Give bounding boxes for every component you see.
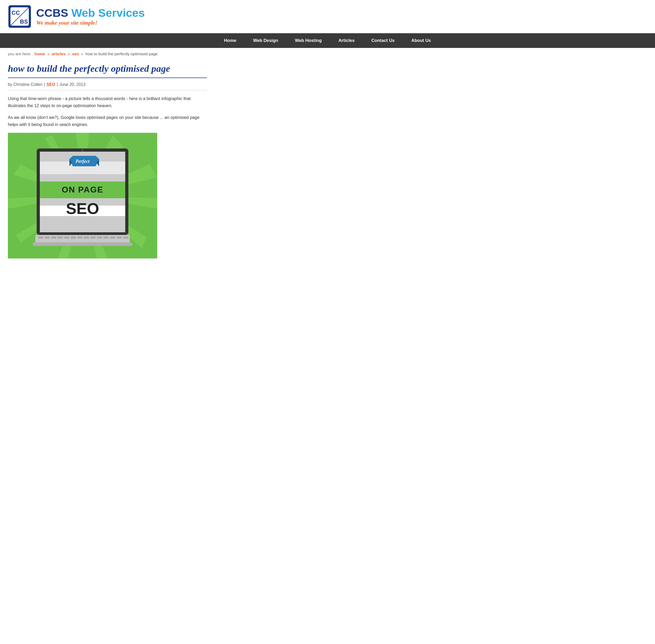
article-author: by Christine Collen: [8, 82, 42, 87]
svg-rect-23: [64, 236, 69, 238]
page-title: how to build the perfectly optimised pag…: [8, 63, 207, 78]
svg-rect-32: [123, 236, 128, 238]
article-meta: by Christine Collen | SEO | June 20, 201…: [8, 82, 207, 90]
nav-web-design[interactable]: Web Design: [245, 33, 287, 48]
site-header: CC BS CCBS Web Services We make your sit…: [0, 0, 655, 33]
svg-text:CC: CC: [12, 9, 20, 16]
nav-web-hosting[interactable]: Web Hosting: [287, 33, 330, 48]
svg-rect-22: [58, 236, 63, 238]
svg-point-35: [82, 149, 84, 152]
svg-rect-26: [84, 236, 89, 238]
svg-text:BS: BS: [20, 18, 28, 25]
main-content: how to build the perfectly optimised pag…: [0, 58, 215, 269]
svg-rect-29: [104, 236, 109, 238]
svg-rect-27: [90, 236, 96, 238]
svg-rect-21: [51, 236, 56, 238]
nav-contact-us[interactable]: Contact Us: [363, 33, 403, 48]
site-title: CCBS Web Services: [36, 7, 144, 19]
main-nav: Home Web Design Web Hosting Articles Con…: [0, 33, 655, 48]
article-date: June 20, 2013: [60, 82, 85, 87]
svg-text:ON PAGE: ON PAGE: [62, 185, 103, 194]
brand-ccbs: CCBS: [36, 6, 68, 19]
svg-rect-17: [36, 235, 130, 243]
svg-text:SEO: SEO: [66, 200, 99, 217]
breadcrumb-current: how to build the perfectly optimised pag…: [85, 52, 157, 56]
svg-rect-31: [117, 236, 122, 238]
svg-rect-25: [77, 236, 83, 238]
svg-rect-38: [40, 174, 125, 182]
svg-text:Perfect: Perfect: [75, 159, 90, 164]
nav-articles[interactable]: Articles: [330, 33, 363, 48]
svg-rect-28: [97, 236, 102, 238]
article-paragraph-2: As we all know (don't we?), Google loves…: [8, 114, 207, 128]
infographic-svg: Perfect ON PAGE SEO: [8, 133, 157, 258]
svg-rect-18: [33, 242, 132, 246]
svg-rect-41: [40, 223, 125, 232]
header-text: CCBS Web Services We make your site simp…: [36, 7, 144, 26]
breadcrumb-home[interactable]: home: [35, 52, 45, 56]
svg-rect-30: [110, 236, 115, 238]
article-paragraph-1: Using that time-worn phrase - a picture …: [8, 95, 207, 109]
infographic-image: Perfect ON PAGE SEO: [8, 133, 157, 258]
nav-about-us[interactable]: About Us: [403, 33, 439, 48]
article-body: Using that time-worn phrase - a picture …: [8, 95, 207, 128]
nav-home[interactable]: Home: [216, 33, 245, 48]
site-tagline: We make your site simple!: [36, 20, 144, 26]
svg-rect-20: [45, 236, 50, 238]
breadcrumb-label: you are here:: [8, 52, 31, 56]
article-category[interactable]: SEO: [47, 82, 55, 87]
svg-rect-19: [38, 236, 43, 238]
breadcrumb: you are here: home » articles » seo » ho…: [0, 48, 655, 58]
breadcrumb-seo[interactable]: seo: [72, 52, 79, 56]
brand-webservices: Web Services: [68, 6, 144, 19]
svg-rect-24: [71, 236, 76, 238]
site-logo[interactable]: CC BS: [8, 5, 31, 28]
breadcrumb-articles[interactable]: articles: [52, 52, 66, 56]
